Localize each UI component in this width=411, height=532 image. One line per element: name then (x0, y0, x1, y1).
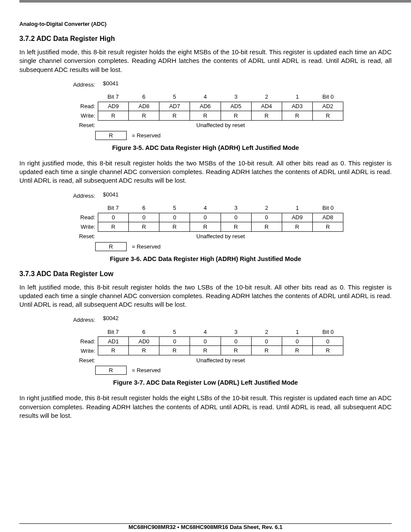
bit-header: Bit 0 (313, 203, 343, 213)
fig37-write-cell: R (128, 346, 159, 355)
fig35-address-value: $0041 (98, 80, 118, 90)
fig36-write-cell: R (159, 222, 190, 232)
fig35-caption: Figure 3-5. ADC Data Register High (ADRH… (19, 144, 392, 151)
label-bits (68, 203, 98, 213)
fig37-write-cell: R (282, 346, 312, 355)
fig37-read-cell: AD0 (128, 336, 159, 346)
fig37-caption: Figure 3-7. ADC Data Register Low (ADRL)… (19, 379, 392, 386)
bit-header: Bit 0 (313, 327, 343, 336)
fig36-write-cell: R (221, 222, 251, 232)
bit-header: Bit 0 (313, 92, 343, 102)
bit-header: 1 (282, 203, 313, 213)
fig35-read-cell: AD4 (251, 102, 282, 111)
footer-doc-title: MC68HC908MR32 • MC68HC908MR16 Data Sheet… (19, 524, 392, 532)
legend-reserved-val: = Reserved (127, 131, 161, 140)
fig36-read-cell: 0 (98, 213, 128, 222)
bit-header: Bit 7 (98, 327, 128, 336)
fig35-reset-text: Unaffected by reset (98, 121, 343, 130)
para-372-2: In right justified mode, this 8-bit resu… (19, 159, 392, 185)
fig35-read-cell: AD8 (128, 102, 159, 111)
fig35-read-cell: AD5 (221, 102, 251, 111)
bit-header: 1 (282, 92, 313, 102)
label-bits (68, 92, 98, 102)
legend-reserved-key: R (95, 242, 127, 251)
fig36-read-cell: AD8 (312, 213, 343, 222)
heading-372: 3.7.2 ADC Data Register High (19, 35, 392, 43)
para-373-2: In right justified mode, this 8-bit resu… (19, 394, 392, 420)
bit-header: 6 (128, 327, 159, 336)
fig37-write-cell: R (190, 346, 220, 355)
fig36-read-cell: AD9 (282, 213, 312, 222)
fig37-write-cell: R (159, 346, 190, 355)
fig35-read-cell: AD2 (312, 102, 343, 111)
label-address: Address: (68, 315, 98, 324)
fig36-write-cell: R (251, 222, 282, 232)
bit-header: 4 (190, 327, 221, 336)
fig35-read-cell: AD3 (282, 102, 312, 111)
fig37-write-cell: R (251, 346, 282, 355)
fig35-read-cell: AD9 (98, 102, 128, 111)
fig35-write-cell: R (190, 111, 220, 121)
legend-reserved-key: R (95, 366, 127, 375)
label-reset: Reset: (68, 355, 98, 365)
bit-header: 3 (221, 203, 251, 213)
bit-header: 5 (159, 327, 190, 336)
register-fig35: Address: $0041 Bit 7 6 5 4 3 2 1 Bit 0 R… (68, 80, 343, 140)
fig37-read-cell: 0 (251, 336, 282, 346)
fig36-address-value: $0041 (98, 191, 118, 201)
bit-header: 4 (190, 203, 221, 213)
legend-reserved-val: = Reserved (127, 242, 161, 251)
fig37-read-cell: 0 (159, 336, 190, 346)
fig37-write-cell: R (221, 346, 251, 355)
fig37-read-cell: 0 (190, 336, 220, 346)
footer: MC68HC908MR32 • MC68HC908MR16 Data Sheet… (19, 523, 392, 532)
fig35-read-cell: AD7 (159, 102, 190, 111)
label-write: Write: (68, 346, 98, 355)
fig37-address-value: $0042 (98, 315, 118, 324)
fig35-read-cell: AD6 (190, 102, 220, 111)
bit-header: 5 (159, 203, 190, 213)
fig36-write-cell: R (190, 222, 220, 232)
label-reset: Reset: (68, 232, 98, 241)
fig35-write-cell: R (98, 111, 128, 121)
fig36-caption: Figure 3-6. ADC Data Register High (ADRH… (19, 255, 392, 262)
fig37-read-cell: 0 (282, 336, 312, 346)
fig36-read-cell: 0 (251, 213, 282, 222)
fig36-read-cell: 0 (159, 213, 190, 222)
bit-header: 3 (221, 92, 251, 102)
heading-373: 3.7.3 ADC Data Register Low (19, 270, 392, 278)
bit-header: 3 (221, 327, 251, 336)
label-reset: Reset: (68, 121, 98, 130)
bit-header: 4 (190, 92, 221, 102)
bit-header: 5 (159, 92, 190, 102)
fig35-write-cell: R (282, 111, 312, 121)
bit-header: 6 (128, 92, 159, 102)
fig36-write-cell: R (312, 222, 343, 232)
label-read: Read: (68, 336, 98, 346)
header-section-label: Analog-to-Digital Converter (ADC) (19, 21, 392, 27)
fig36-read-cell: 0 (190, 213, 220, 222)
label-write: Write: (68, 222, 98, 232)
fig36-write-cell: R (128, 222, 159, 232)
para-373-1: In left justified mode, this 8-bit resul… (19, 283, 392, 309)
bit-header: Bit 7 (98, 92, 128, 102)
fig35-write-cell: R (312, 111, 343, 121)
label-bits (68, 327, 98, 336)
legend-reserved-val: = Reserved (127, 366, 161, 375)
fig35-write-cell: R (251, 111, 282, 121)
fig36-write-cell: R (282, 222, 312, 232)
fig36-read-cell: 0 (128, 213, 159, 222)
fig36-read-cell: 0 (221, 213, 251, 222)
bit-header: 1 (282, 327, 313, 336)
legend-reserved-key: R (95, 131, 127, 140)
fig37-read-cell: 0 (312, 336, 343, 346)
label-address: Address: (68, 191, 98, 201)
fig35-write-cell: R (159, 111, 190, 121)
bit-header: 2 (251, 327, 282, 336)
bit-header: Bit 7 (98, 203, 128, 213)
fig37-write-cell: R (98, 346, 128, 355)
fig36-write-cell: R (98, 222, 128, 232)
label-read: Read: (68, 102, 98, 111)
header-rule (19, 0, 411, 3)
label-read: Read: (68, 213, 98, 222)
